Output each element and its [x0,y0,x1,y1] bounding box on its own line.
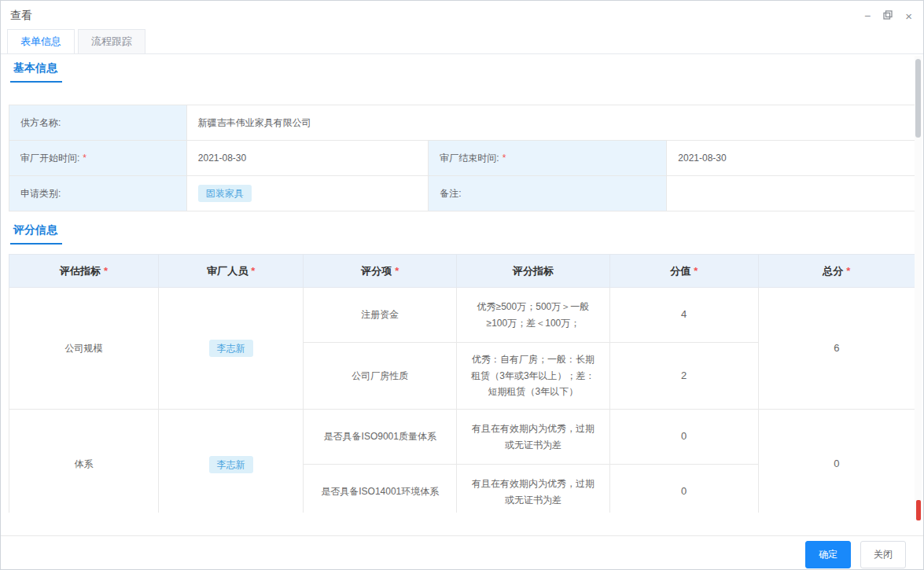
auditor-tag: 李志新 [209,456,253,473]
header-cell-auditor: 审厂人员* [159,255,304,288]
header-indicator-label: 评估指标 [60,265,101,277]
footer-gap [1,513,923,535]
scrollbar-thumb[interactable] [915,59,921,138]
score-cell: 4 [609,288,758,343]
score-value: 0 [681,485,687,497]
header-cell-total: 总分* [758,255,915,288]
criteria-cell: 有且在有效期内为优秀，过期或无证书为差 [457,465,610,513]
audit-start-label-cell: 审厂开始时间:* [9,141,187,176]
header-cell-score: 分值* [609,255,758,288]
window-controls: − × [864,10,912,22]
apply-category-value-cell: 固装家具 [186,176,429,211]
restore-icon[interactable] [883,10,893,21]
header-cell-item: 评分项* [304,255,457,288]
required-asterisk: * [694,265,698,277]
supplier-name-value: 新疆吉丰伟业家具有限公司 [198,117,311,128]
auditor-cell: 李志新 [159,410,304,513]
item-cell: 注册资金 [304,288,457,343]
remark-label-cell: 备注: [429,176,667,211]
supplier-name-label-cell: 供方名称: [9,105,187,141]
item-cell: 是否具备ISO9001质量体系 [304,410,457,465]
score-value: 2 [681,370,687,381]
score-cell: 2 [609,343,758,410]
item-value: 注册资金 [361,309,399,320]
item-cell: 公司厂房性质 [304,343,457,410]
item-cell: 是否具备ISO14001环境体系 [304,465,457,513]
criteria-value: 有且在有效期内为优秀，过期或无证书为差 [472,423,595,450]
total-cell: 0 [758,410,915,513]
header-score-label: 分值 [670,265,690,277]
header-cell-criteria: 评分指标 [457,255,610,288]
item-value: 是否具备ISO9001质量体系 [324,431,436,442]
indicator-cell: 体系 [9,410,159,513]
category-tag: 固装家具 [198,185,252,202]
confirm-button[interactable]: 确定 [805,541,851,568]
score-cell: 0 [609,465,758,513]
tab-process-tracking-label: 流程跟踪 [91,35,132,47]
criteria-cell: 优秀≥500万；500万＞一般≥100万；差＜100万； [457,288,610,343]
header-item-label: 评分项 [361,265,392,277]
basic-info-title: 基本信息 [10,61,62,83]
score-value: 4 [681,308,687,320]
score-row: 公司规模 李志新 注册资金 优秀≥500万；500万＞一般≥100万；差＜100… [9,288,915,343]
required-asterisk: * [104,265,108,277]
header-total-label: 总分 [823,265,843,277]
score-table: 评估指标* 审厂人员* 评分项* 评分指标 分值* 总分* 公司规模 李志新 注… [9,254,915,513]
apply-category-label-cell: 申请类别: [9,176,187,211]
score-table-header-row: 评估指标* 审厂人员* 评分项* 评分指标 分值* 总分* [9,255,915,288]
required-asterisk: * [395,265,399,277]
indicator-value: 公司规模 [65,343,103,354]
score-info-section-header: 评分信息 [10,222,915,245]
form-row-supplier: 供方名称: 新疆吉丰伟业家具有限公司 [9,105,915,141]
required-asterisk: * [83,153,87,164]
score-info-title: 评分信息 [10,223,62,245]
item-value: 是否具备ISO14001环境体系 [321,486,439,497]
item-value: 公司厂房性质 [352,370,408,381]
required-asterisk: * [502,153,506,164]
criteria-cell: 优秀：自有厂房；一般：长期租赁（3年或3年以上）；差：短期租赁（3年以下） [457,343,610,410]
basic-info-section-header: 基本信息 [10,61,915,83]
indicator-value: 体系 [75,458,94,469]
score-value: 0 [681,430,687,442]
audit-end-value-cell: 2021-08-30 [667,141,915,176]
audit-end-label-cell: 审厂结束时间:* [429,141,667,176]
audit-start-label: 审厂开始时间: [20,153,79,164]
header-criteria-label: 评分指标 [513,265,554,277]
criteria-value: 有且在有效期内为优秀，过期或无证书为差 [472,478,595,505]
dialog-footer: 确定 关闭 [1,535,923,570]
dialog-title: 查看 [10,9,32,23]
audit-end-value: 2021-08-30 [678,153,726,164]
scrollbar-bottom-marker [916,500,921,520]
tab-process-tracking[interactable]: 流程跟踪 [78,29,145,53]
close-icon[interactable]: × [905,10,912,22]
dialog-titlebar: 查看 − × [1,1,923,31]
remark-value-cell [667,176,915,211]
required-asterisk: * [846,265,850,277]
dialog-content: 基本信息 供方名称: 新疆吉丰伟业家具有限公司 审厂开始时间:* 2021-08… [1,54,923,513]
view-dialog: 查看 − × 表单信息 流程跟踪 基本信息 [0,0,924,570]
audit-start-value: 2021-08-30 [198,153,246,164]
score-cell: 0 [609,410,758,465]
criteria-cell: 有且在有效期内为优秀，过期或无证书为差 [457,410,610,465]
audit-start-value-cell: 2021-08-30 [186,141,429,176]
tab-form-info[interactable]: 表单信息 [7,29,75,53]
header-auditor-label: 审厂人员 [207,265,248,277]
supplier-name-value-cell: 新疆吉丰伟业家具有限公司 [186,105,915,141]
auditor-tag: 李志新 [209,340,253,357]
score-row: 体系 李志新 是否具备ISO9001质量体系 有且在有效期内为优秀，过期或无证书… [9,410,915,465]
minimize-icon[interactable]: − [864,10,871,21]
tab-bar: 表单信息 流程跟踪 [1,31,923,54]
tab-form-info-label: 表单信息 [20,35,61,47]
indicator-cell: 公司规模 [9,288,159,410]
remark-label: 备注: [440,188,461,199]
basic-info-table: 供方名称: 新疆吉丰伟业家具有限公司 审厂开始时间:* 2021-08-30 审… [9,105,915,211]
vertical-scrollbar[interactable] [915,56,922,520]
total-cell: 6 [758,288,915,410]
audit-end-label: 审厂结束时间: [440,153,499,164]
required-asterisk: * [251,265,255,277]
total-value: 0 [834,458,839,469]
form-row-category-remark: 申请类别: 固装家具 备注: [9,176,915,211]
form-row-dates: 审厂开始时间:* 2021-08-30 审厂结束时间:* 2021-08-30 [9,141,915,176]
total-value: 6 [834,342,839,354]
close-button[interactable]: 关闭 [860,541,906,568]
